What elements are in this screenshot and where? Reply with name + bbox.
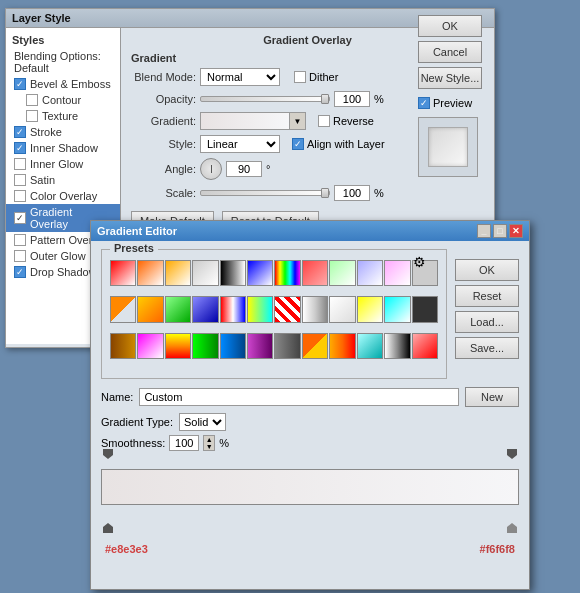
dither-checkbox[interactable] — [294, 71, 306, 83]
satin-checkbox[interactable] — [14, 174, 26, 186]
blending-options-item[interactable]: Blending Options: Default — [6, 48, 120, 76]
opacity-stop-right[interactable] — [507, 449, 517, 459]
inner-glow-checkbox[interactable] — [14, 158, 26, 170]
opacity-unit: % — [374, 93, 384, 105]
preset-item-0[interactable] — [110, 260, 136, 286]
opacity-thumb[interactable] — [321, 94, 329, 104]
ge-save-button[interactable]: Save... — [455, 337, 519, 359]
preset-item-17[interactable] — [247, 296, 273, 322]
preset-item-19[interactable] — [302, 296, 328, 322]
color-overlay-checkbox[interactable] — [14, 190, 26, 202]
preset-item-16[interactable] — [220, 296, 246, 322]
reverse-label: Reverse — [333, 115, 374, 127]
ge-ok-button[interactable]: OK — [455, 259, 519, 281]
angle-dial[interactable] — [200, 158, 222, 180]
satin-item[interactable]: Satin — [6, 172, 120, 188]
preset-item-29[interactable] — [247, 333, 273, 359]
ok-button[interactable]: OK — [418, 15, 482, 37]
gradient-dropdown-wrapper[interactable]: ▼ — [200, 112, 306, 130]
preset-item-15[interactable] — [192, 296, 218, 322]
cancel-button[interactable]: Cancel — [418, 41, 482, 63]
angle-label: Angle: — [131, 163, 196, 175]
new-button[interactable]: New — [465, 387, 519, 407]
scale-thumb[interactable] — [321, 188, 329, 198]
preset-item-10[interactable] — [384, 260, 410, 286]
preset-item-25[interactable] — [137, 333, 163, 359]
preset-item-32[interactable] — [329, 333, 355, 359]
preset-item-24[interactable] — [110, 333, 136, 359]
presets-settings-icon[interactable]: ⚙ — [413, 254, 426, 270]
preset-item-5[interactable] — [247, 260, 273, 286]
inner-shadow-item[interactable]: Inner Shadow — [6, 140, 120, 156]
scale-input[interactable] — [334, 185, 370, 201]
color-stop-right[interactable] — [507, 523, 517, 533]
preset-item-27[interactable] — [192, 333, 218, 359]
gradient-overlay-checkbox[interactable] — [14, 212, 26, 224]
texture-checkbox[interactable] — [26, 110, 38, 122]
preset-item-31[interactable] — [302, 333, 328, 359]
preset-item-3[interactable] — [192, 260, 218, 286]
preset-item-4[interactable] — [220, 260, 246, 286]
preset-item-22[interactable] — [384, 296, 410, 322]
smoothness-input[interactable] — [169, 435, 199, 451]
preset-item-34[interactable] — [384, 333, 410, 359]
color-overlay-item[interactable]: Color Overlay — [6, 188, 120, 204]
opacity-slider[interactable] — [200, 96, 330, 102]
opacity-stop-left[interactable] — [103, 449, 113, 459]
smoothness-arrow[interactable]: ▲▼ — [203, 435, 215, 451]
bevel-emboss-item[interactable]: Bevel & Emboss — [6, 76, 120, 92]
preset-item-26[interactable] — [165, 333, 191, 359]
preset-item-8[interactable] — [329, 260, 355, 286]
gradient-label: Gradient: — [131, 115, 196, 127]
preset-item-9[interactable] — [357, 260, 383, 286]
opacity-stops-area — [101, 459, 519, 469]
preset-item-23[interactable] — [412, 296, 438, 322]
gradient-swatch[interactable] — [200, 112, 290, 130]
preset-item-21[interactable] — [357, 296, 383, 322]
bevel-checkbox[interactable] — [14, 78, 26, 90]
maximize-btn[interactable]: □ — [493, 224, 507, 238]
minimize-btn[interactable]: _ — [477, 224, 491, 238]
inner-glow-item[interactable]: Inner Glow — [6, 156, 120, 172]
preset-item-18[interactable] — [274, 296, 300, 322]
preset-item-30[interactable] — [274, 333, 300, 359]
preset-item-28[interactable] — [220, 333, 246, 359]
ge-reset-button[interactable]: Reset — [455, 285, 519, 307]
contour-item[interactable]: Contour — [6, 92, 120, 108]
texture-item[interactable]: Texture — [6, 108, 120, 124]
reverse-checkbox[interactable] — [318, 115, 330, 127]
preset-item-6[interactable] — [274, 260, 300, 286]
preset-item-14[interactable] — [165, 296, 191, 322]
color-stop-left[interactable] — [103, 523, 113, 533]
gradient-type-select[interactable]: Solid — [179, 413, 226, 431]
align-checkbox[interactable] — [292, 138, 304, 150]
preset-item-20[interactable] — [329, 296, 355, 322]
new-style-button[interactable]: New Style... — [418, 67, 482, 89]
gradient-dropdown-btn[interactable]: ▼ — [290, 112, 306, 130]
angle-input[interactable] — [226, 161, 262, 177]
stroke-checkbox[interactable] — [14, 126, 26, 138]
close-btn[interactable]: ✕ — [509, 224, 523, 238]
stroke-item[interactable]: Stroke — [6, 124, 120, 140]
blend-mode-select[interactable]: Normal — [200, 68, 280, 86]
drop-shadow-checkbox[interactable] — [14, 266, 26, 278]
preset-item-12[interactable] — [110, 296, 136, 322]
opacity-input[interactable] — [334, 91, 370, 107]
outer-glow-checkbox[interactable] — [14, 250, 26, 262]
dither-label: Dither — [309, 71, 338, 83]
contour-checkbox[interactable] — [26, 94, 38, 106]
preset-item-7[interactable] — [302, 260, 328, 286]
style-select[interactable]: Linear — [200, 135, 280, 153]
preset-item-1[interactable] — [137, 260, 163, 286]
preset-item-35[interactable] — [412, 333, 438, 359]
preview-checkbox[interactable] — [418, 97, 430, 109]
gradient-bar[interactable] — [101, 469, 519, 505]
preset-item-33[interactable] — [357, 333, 383, 359]
name-input[interactable] — [139, 388, 459, 406]
scale-slider[interactable] — [200, 190, 330, 196]
preset-item-2[interactable] — [165, 260, 191, 286]
preset-item-13[interactable] — [137, 296, 163, 322]
pattern-overlay-checkbox[interactable] — [14, 234, 26, 246]
ge-load-button[interactable]: Load... — [455, 311, 519, 333]
inner-shadow-checkbox[interactable] — [14, 142, 26, 154]
